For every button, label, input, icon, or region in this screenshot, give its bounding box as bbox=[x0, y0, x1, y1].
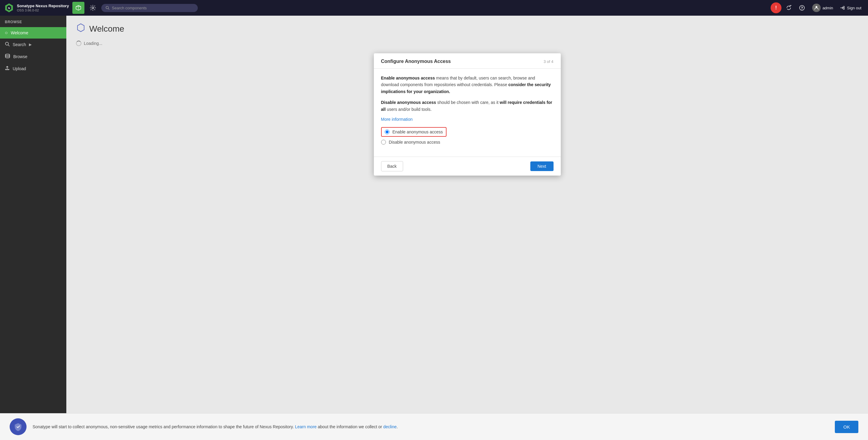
decline-link[interactable]: decline bbox=[383, 424, 397, 429]
learn-more-link[interactable]: Learn more bbox=[295, 424, 317, 429]
search-chevron-icon: ▶ bbox=[29, 42, 32, 47]
page-title-icon bbox=[76, 23, 86, 35]
main-layout: Browse ○ Welcome Search ▶ bbox=[0, 16, 868, 413]
app-version: OSS 3.66.0-02 bbox=[17, 8, 69, 12]
upload-icon bbox=[5, 66, 10, 72]
disable-description-rest2: users and/or build tools. bbox=[385, 107, 432, 112]
back-button[interactable]: Back bbox=[381, 161, 403, 171]
user-icon bbox=[814, 5, 819, 10]
app-name: Sonatype Nexus Repository bbox=[17, 4, 69, 8]
enable-access-label: Enable anonymous access bbox=[393, 130, 443, 134]
welcome-icon: ○ bbox=[5, 30, 8, 36]
banner-icon bbox=[10, 418, 27, 435]
admin-label: admin bbox=[823, 6, 833, 10]
brand-logo-area: N Sonatype Nexus Repository OSS 3.66.0-0… bbox=[4, 2, 70, 13]
dialog-title: Configure Anonymous Access bbox=[381, 59, 451, 64]
page-title: Welcome bbox=[89, 24, 124, 34]
svg-point-6 bbox=[92, 7, 94, 9]
disable-bold-text: Disable anonymous access bbox=[381, 100, 436, 105]
sidebar-item-welcome[interactable]: ○ Welcome bbox=[0, 27, 66, 39]
help-button[interactable]: ? bbox=[796, 2, 808, 14]
disable-description: Disable anonymous access should be chose… bbox=[381, 99, 554, 113]
sidebar-item-browse[interactable]: Browse bbox=[0, 50, 66, 63]
ok-button[interactable]: OK bbox=[835, 421, 858, 433]
sidebar-section-title: Browse bbox=[0, 16, 66, 27]
banner-text-after: . bbox=[397, 424, 398, 429]
loading-indicator: Loading... bbox=[76, 41, 858, 46]
top-navigation: N Sonatype Nexus Repository OSS 3.66.0-0… bbox=[0, 0, 868, 16]
sign-out-button[interactable]: Sign out bbox=[837, 4, 864, 12]
svg-line-14 bbox=[8, 45, 9, 46]
enable-description: Enable anonymous access means that by de… bbox=[381, 75, 554, 95]
help-icon: ? bbox=[799, 5, 805, 11]
brand-text: Sonatype Nexus Repository OSS 3.66.0-02 bbox=[17, 4, 69, 12]
dialog-step: 3 of 4 bbox=[544, 59, 554, 64]
enable-bold-text: Enable anonymous access bbox=[381, 76, 435, 80]
configure-anonymous-access-dialog: Configure Anonymous Access 3 of 4 Enable… bbox=[374, 53, 561, 176]
search-input[interactable] bbox=[112, 6, 193, 10]
search-box[interactable] bbox=[101, 4, 198, 12]
next-button[interactable]: Next bbox=[530, 162, 554, 171]
bottom-banner: Sonatype will start to collect anonymous… bbox=[0, 413, 868, 440]
more-information-link[interactable]: More information bbox=[381, 117, 413, 122]
user-avatar bbox=[812, 4, 821, 12]
enable-access-highlight: Enable anonymous access bbox=[381, 127, 446, 137]
cube-icon bbox=[75, 5, 82, 11]
gear-icon bbox=[90, 5, 96, 11]
disable-access-label: Disable anonymous access bbox=[389, 140, 440, 144]
banner-text-before: Sonatype will start to collect anonymous… bbox=[33, 424, 295, 429]
refresh-icon bbox=[786, 5, 792, 11]
svg-point-11 bbox=[815, 6, 817, 8]
sidebar-item-upload-label: Upload bbox=[13, 66, 26, 71]
sidebar-item-search-label: Search bbox=[13, 42, 26, 47]
access-radio-group: Enable anonymous access Disable anonymou… bbox=[381, 127, 554, 144]
loading-spinner bbox=[76, 41, 82, 46]
svg-text:?: ? bbox=[801, 6, 803, 10]
sign-out-icon bbox=[840, 5, 845, 10]
disable-access-radio[interactable] bbox=[381, 140, 386, 144]
banner-text-middle: about the information we collect or bbox=[316, 424, 383, 429]
disable-description-rest: should be chosen with care, as it bbox=[436, 100, 500, 105]
alert-button[interactable]: ! bbox=[771, 2, 781, 13]
dialog-footer: Back Next bbox=[374, 157, 561, 176]
sidebar-item-upload[interactable]: Upload bbox=[0, 63, 66, 75]
browse-nav-small-icon bbox=[5, 54, 10, 60]
search-nav-icon bbox=[5, 41, 10, 47]
enable-access-option[interactable]: Enable anonymous access bbox=[381, 127, 554, 137]
settings-button[interactable] bbox=[87, 2, 99, 14]
nexus-logo-icon: N bbox=[4, 2, 14, 13]
disable-access-option[interactable]: Disable anonymous access bbox=[381, 140, 554, 144]
dialog-body: Enable anonymous access means that by de… bbox=[374, 69, 561, 157]
dialog-overlay: Configure Anonymous Access 3 of 4 Enable… bbox=[76, 53, 858, 176]
svg-marker-16 bbox=[78, 24, 84, 32]
svg-text:N: N bbox=[8, 7, 10, 10]
nav-right-actions: ! ? admin bbox=[771, 2, 864, 14]
loading-text: Loading... bbox=[84, 41, 102, 46]
svg-point-15 bbox=[5, 54, 10, 56]
svg-line-8 bbox=[108, 8, 109, 9]
enable-access-radio[interactable] bbox=[385, 130, 390, 134]
shield-icon bbox=[13, 422, 23, 431]
refresh-button[interactable] bbox=[783, 2, 795, 14]
sidebar-item-browse-label: Browse bbox=[13, 54, 27, 59]
search-icon bbox=[105, 6, 110, 10]
sidebar: Browse ○ Welcome Search ▶ bbox=[0, 16, 66, 413]
sign-out-label: Sign out bbox=[847, 6, 861, 10]
banner-text: Sonatype will start to collect anonymous… bbox=[33, 424, 829, 430]
page-title-area: Welcome bbox=[76, 23, 858, 35]
sidebar-item-search[interactable]: Search ▶ bbox=[0, 39, 66, 50]
content-area: Welcome Loading... Configure Anonymous A… bbox=[66, 16, 868, 413]
sidebar-item-welcome-label: Welcome bbox=[11, 30, 28, 35]
dialog-header: Configure Anonymous Access 3 of 4 bbox=[374, 53, 561, 69]
user-menu-button[interactable]: admin bbox=[809, 2, 836, 14]
browse-nav-icon[interactable] bbox=[72, 2, 85, 14]
